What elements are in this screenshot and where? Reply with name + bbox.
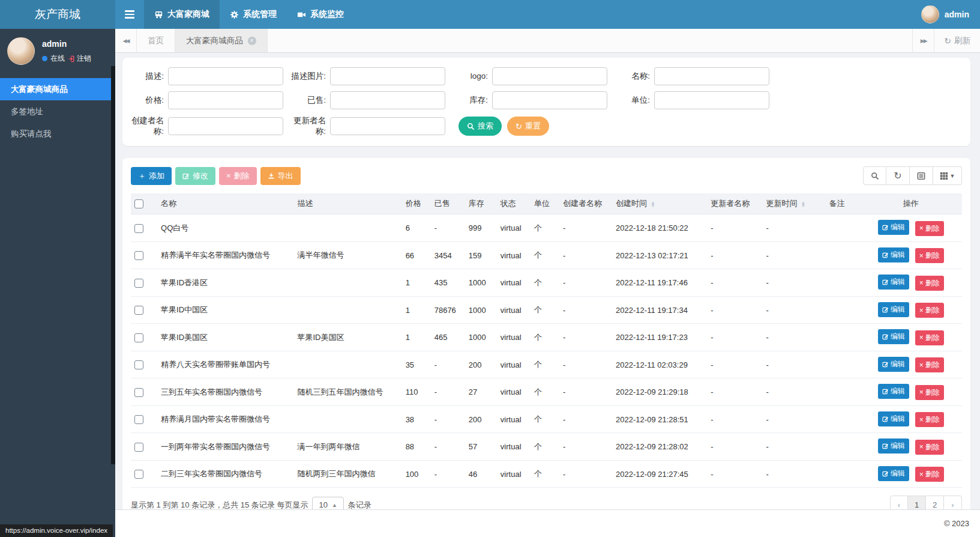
row-delete-button[interactable]: × 删除	[915, 276, 944, 291]
row-delete-button[interactable]: × 删除	[915, 357, 944, 372]
row-delete-label: 删除	[925, 360, 940, 370]
sidebar-scrollbar[interactable]	[111, 66, 115, 464]
x-icon: ×	[919, 333, 924, 342]
page-button-2[interactable]: 2	[926, 496, 944, 509]
row-edit-button[interactable]: 编辑	[878, 438, 909, 454]
edit-icon	[882, 252, 889, 258]
row-edit-button[interactable]: 编辑	[878, 411, 909, 426]
page-footer: © 2023	[115, 509, 980, 537]
sold-input[interactable]	[330, 91, 445, 109]
sidebar-item-purchase[interactable]: 购买请点我	[0, 123, 112, 145]
add-button[interactable]: ＋ 添加	[131, 167, 172, 185]
topnav-item-mall[interactable]: 大富家商城	[144, 0, 220, 29]
cell-name: 一到两年带实名带圈国内微信号	[157, 433, 293, 461]
row-delete-button[interactable]: × 删除	[915, 221, 944, 236]
row-edit-button[interactable]: 编辑	[878, 275, 909, 290]
updater-input[interactable]	[330, 117, 445, 135]
sidebar-item-mall-goods[interactable]: 大富豪商城商品	[0, 78, 112, 100]
field-label-description: 描述:	[128, 71, 168, 82]
stock-input[interactable]	[492, 91, 607, 109]
row-edit-button[interactable]: 编辑	[878, 466, 909, 481]
row-checkbox[interactable]	[134, 388, 143, 397]
logout-link[interactable]: 注销	[68, 53, 91, 64]
description-input[interactable]	[168, 67, 283, 85]
cell-remark	[826, 460, 860, 488]
creator-input[interactable]	[168, 117, 283, 135]
row-delete-button[interactable]: × 删除	[915, 248, 944, 263]
tabs-scroll-right-button[interactable]: ▶▶	[912, 29, 934, 52]
row-edit-button[interactable]: 编辑	[878, 220, 909, 235]
row-checkbox[interactable]	[134, 333, 143, 342]
row-delete-button[interactable]: × 删除	[915, 467, 944, 482]
cell-creator: -	[559, 241, 612, 269]
row-delete-button[interactable]: × 删除	[915, 440, 944, 455]
row-delete-button[interactable]: × 删除	[915, 385, 944, 400]
row-checkbox[interactable]	[134, 251, 143, 260]
table-search-toggle-button[interactable]	[863, 166, 886, 185]
cell-updater: -	[707, 296, 762, 324]
user-menu[interactable]: admin	[910, 0, 980, 29]
sort-icon[interactable]: ▲▼	[801, 201, 805, 207]
topnav-item-system-monitor[interactable]: 系统监控	[287, 0, 354, 29]
cell-description	[293, 296, 401, 324]
row-checkbox[interactable]	[134, 360, 143, 369]
cell-price: 66	[402, 241, 431, 269]
row-delete-button[interactable]: × 删除	[915, 303, 944, 318]
tab-mall-goods[interactable]: 大富豪商城商品 ×	[175, 29, 268, 52]
row-delete-button[interactable]: × 删除	[915, 412, 944, 427]
price-input[interactable]	[168, 91, 283, 109]
cell-name: 精养八天实名带圈带账单国内号	[157, 351, 293, 378]
x-icon: ×	[919, 252, 924, 260]
topnav-label: 系统管理	[243, 9, 277, 20]
tab-close-icon[interactable]: ×	[248, 37, 256, 45]
cell-sold: 78676	[431, 296, 465, 324]
row-delete-button[interactable]: × 删除	[915, 330, 944, 345]
row-checkbox[interactable]	[134, 415, 143, 424]
tabs-scroll-left-button[interactable]: ◀◀	[115, 29, 137, 52]
content-wrapper: ◀◀ 首页 大富豪商城商品 × ▶▶ ↻ 刷新 描述: 描述图片: logo:	[115, 29, 980, 537]
row-edit-button[interactable]: 编辑	[878, 247, 909, 262]
page-button-1[interactable]: 1	[908, 496, 926, 509]
search-button[interactable]: 搜索	[458, 117, 502, 136]
field-label-stock: 库存:	[452, 95, 492, 106]
modify-button[interactable]: 修改	[175, 167, 215, 185]
column-header-updated-time[interactable]: 更新时间▲▼	[762, 193, 825, 214]
select-all-checkbox[interactable]	[134, 199, 143, 208]
table-view-dropdown-button[interactable]: ▼	[933, 166, 962, 185]
reset-button[interactable]: ↻ 重置	[507, 117, 549, 136]
page-size-dropdown[interactable]: 10 ▲	[312, 497, 343, 509]
row-edit-button[interactable]: 编辑	[878, 329, 909, 344]
name-input[interactable]	[654, 67, 769, 85]
table-columns-toggle-button[interactable]	[910, 166, 933, 185]
column-header-created-time[interactable]: 创建时间▲▼	[612, 193, 707, 214]
unit-input[interactable]	[654, 91, 769, 109]
description-image-input[interactable]	[330, 67, 445, 85]
row-edit-button[interactable]: 编辑	[878, 357, 909, 372]
row-checkbox[interactable]	[134, 224, 143, 233]
sidebar-toggle-button[interactable]	[115, 0, 144, 29]
x-icon: ×	[919, 361, 924, 369]
row-checkbox[interactable]	[134, 443, 143, 452]
row-checkbox[interactable]	[134, 470, 143, 479]
delete-button[interactable]: × 删除	[219, 167, 257, 185]
tab-refresh-button[interactable]: ↻ 刷新	[934, 29, 980, 52]
prev-page-button[interactable]: ‹	[890, 496, 908, 509]
row-edit-button[interactable]: 编辑	[878, 384, 909, 399]
cell-creator: -	[559, 324, 612, 351]
app-logo[interactable]: 灰产商城	[0, 0, 115, 29]
sort-icon[interactable]: ▲▼	[651, 201, 655, 207]
logo-input[interactable]	[492, 67, 607, 85]
cell-updated-time: -	[762, 241, 825, 269]
export-button[interactable]: 导出	[260, 167, 301, 185]
topnav-item-system-admin[interactable]: 系统管理	[220, 0, 287, 29]
sidebar-item-multisig-address[interactable]: 多签地址	[0, 100, 112, 123]
table-refresh-button[interactable]: ↻	[886, 166, 910, 185]
row-checkbox[interactable]	[134, 279, 143, 288]
next-page-button[interactable]: ›	[944, 496, 962, 509]
cell-status: virtual	[497, 269, 531, 297]
field-label-description-image: 描述图片:	[290, 71, 330, 82]
cell-name: 苹果ID香港区	[157, 269, 293, 297]
tab-home[interactable]: 首页	[137, 29, 175, 52]
row-checkbox[interactable]	[134, 306, 143, 315]
row-edit-button[interactable]: 编辑	[878, 302, 909, 317]
